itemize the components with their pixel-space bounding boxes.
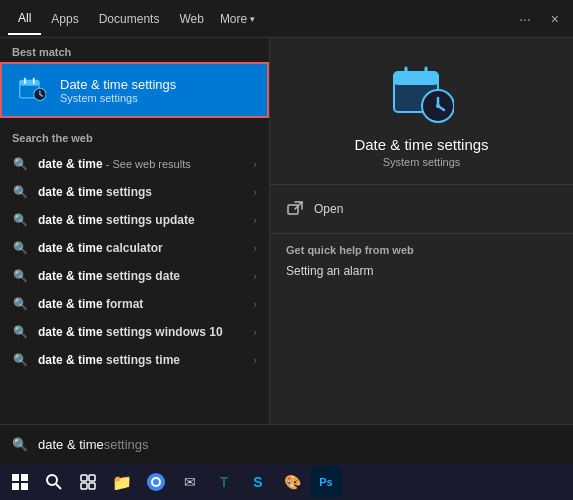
search-suggestion-text: settings [104, 437, 149, 452]
tab-all[interactable]: All [8, 3, 41, 35]
right-subtitle: System settings [383, 156, 461, 168]
result-text: date & time settings [38, 185, 247, 199]
result-text: date & time settings date [38, 269, 247, 283]
svg-rect-19 [12, 483, 19, 490]
search-web-section: Search the web [0, 118, 269, 150]
chevron-down-icon: ▾ [250, 14, 255, 24]
list-item[interactable]: 🔍 date & time settings update › [0, 206, 269, 234]
svg-rect-8 [394, 72, 438, 85]
svg-point-29 [153, 479, 159, 485]
svg-rect-25 [81, 483, 87, 489]
chevron-right-icon: › [253, 270, 257, 282]
list-item[interactable]: 🔍 date & time settings windows 10 › [0, 318, 269, 346]
taskview-button[interactable] [72, 466, 104, 498]
result-text: date & time calculator [38, 241, 247, 255]
search-icon: 🔍 [12, 324, 28, 340]
nav-tabs: All Apps Documents Web More ▾ [8, 3, 513, 35]
svg-point-21 [47, 475, 57, 485]
tab-web[interactable]: Web [169, 4, 213, 34]
more-options-button[interactable]: ··· [513, 7, 537, 31]
taskbar: 📁 ✉ T S 🎨 Ps [0, 464, 573, 500]
chevron-right-icon: › [253, 158, 257, 170]
open-label: Open [314, 202, 343, 216]
search-icon: 🔍 [12, 212, 28, 228]
search-icon: 🔍 [12, 268, 28, 284]
list-item[interactable]: 🔍 date & time settings › [0, 178, 269, 206]
search-bar: 🔍 date & time settings [0, 424, 573, 464]
search-results-list: 🔍 date & time - See web results › 🔍 date… [0, 150, 269, 374]
search-typed-text: date & time [38, 437, 104, 452]
result-icon [390, 62, 454, 126]
main-content: Best match Date & time settings System s… [0, 38, 573, 424]
svg-point-14 [436, 104, 440, 108]
right-panel: Date & time settings System settings Ope… [270, 38, 573, 424]
skype-button[interactable]: S [242, 466, 274, 498]
mail-button[interactable]: ✉ [174, 466, 206, 498]
search-icon: 🔍 [12, 240, 28, 256]
right-title: Date & time settings [354, 136, 488, 153]
result-text: date & time settings time [38, 353, 247, 367]
list-item[interactable]: 🔍 date & time calculator › [0, 234, 269, 262]
list-item[interactable]: 🔍 date & time - See web results › [0, 150, 269, 178]
best-match-label: Best match [0, 38, 269, 62]
start-button[interactable] [4, 466, 36, 498]
svg-rect-24 [89, 475, 95, 481]
tab-more[interactable]: More ▾ [214, 4, 261, 34]
chevron-right-icon: › [253, 242, 257, 254]
search-bar-icon: 🔍 [12, 437, 28, 452]
file-explorer-button[interactable]: 📁 [106, 466, 138, 498]
open-action[interactable]: Open [270, 193, 573, 225]
chevron-right-icon: › [253, 186, 257, 198]
best-match-subtitle: System settings [60, 92, 176, 104]
best-match-item[interactable]: Date & time settings System settings [0, 62, 269, 118]
search-icon: 🔍 [12, 156, 28, 172]
svg-rect-17 [12, 474, 19, 481]
svg-rect-18 [21, 474, 28, 481]
ps-button[interactable]: Ps [310, 466, 342, 498]
right-top: Date & time settings System settings [270, 38, 573, 185]
svg-rect-15 [288, 205, 298, 214]
search-icon: 🔍 [12, 296, 28, 312]
search-input-area[interactable]: date & time settings [38, 437, 561, 452]
list-item[interactable]: 🔍 date & time settings date › [0, 262, 269, 290]
help-link-alarm[interactable]: Setting an alarm [286, 262, 557, 280]
best-match-title: Date & time settings [60, 77, 176, 92]
paint-button[interactable]: 🎨 [276, 466, 308, 498]
chevron-right-icon: › [253, 214, 257, 226]
tab-documents[interactable]: Documents [89, 4, 170, 34]
chevron-right-icon: › [253, 298, 257, 310]
top-nav: All Apps Documents Web More ▾ ··· × [0, 0, 573, 38]
nav-right-controls: ··· × [513, 7, 565, 31]
open-icon [286, 200, 304, 218]
best-match-text: Date & time settings System settings [60, 77, 176, 104]
help-title: Get quick help from web [286, 244, 557, 256]
tab-apps[interactable]: Apps [41, 4, 88, 34]
taskbar-search-button[interactable] [38, 466, 70, 498]
result-text: date & time settings update [38, 213, 247, 227]
svg-rect-20 [21, 483, 28, 490]
svg-rect-1 [20, 80, 39, 85]
search-web-label: Search the web [0, 124, 269, 148]
right-actions: Open [270, 185, 573, 234]
result-text: date & time - See web results [38, 157, 247, 171]
search-icon: 🔍 [12, 352, 28, 368]
close-button[interactable]: × [545, 7, 565, 31]
right-help: Get quick help from web Setting an alarm [270, 234, 573, 286]
result-text: date & time format [38, 297, 247, 311]
search-icon: 🔍 [12, 184, 28, 200]
svg-line-22 [56, 484, 61, 489]
excel-button[interactable]: T [208, 466, 240, 498]
best-match-icon [14, 72, 50, 108]
svg-rect-23 [81, 475, 87, 481]
chevron-right-icon: › [253, 326, 257, 338]
result-text: date & time settings windows 10 [38, 325, 247, 339]
svg-rect-26 [89, 483, 95, 489]
chevron-right-icon: › [253, 354, 257, 366]
left-panel: Best match Date & time settings System s… [0, 38, 270, 424]
list-item[interactable]: 🔍 date & time settings time › [0, 346, 269, 374]
list-item[interactable]: 🔍 date & time format › [0, 290, 269, 318]
chrome-button[interactable] [140, 466, 172, 498]
more-label: More [220, 12, 247, 26]
